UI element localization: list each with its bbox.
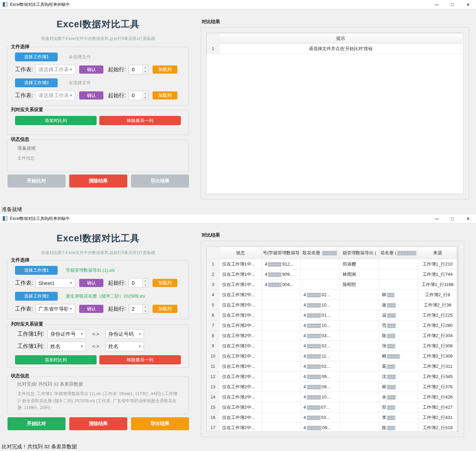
status-cell: 仅在工作簿1中... xyxy=(219,280,262,290)
minimize-button[interactable]: — xyxy=(429,0,445,9)
workbook1-filename: 学籍管理数据导出 (1).xls xyxy=(66,267,115,273)
table-row[interactable]: 9仅在工作簿2中...402...张工作簿2_行308 xyxy=(207,341,457,351)
cell-text: 仅在工作簿2中... xyxy=(222,313,255,318)
load-columns2-button[interactable]: 加载列 xyxy=(153,305,177,313)
close-button[interactable]: ✕ xyxy=(460,0,476,9)
mapping2-right-combobox[interactable]: 姓名▼ xyxy=(105,342,144,351)
add-compare-column-button[interactable]: 添加对比列 xyxy=(15,116,97,125)
column-header[interactable]: 花名册 ( xyxy=(379,247,418,259)
table-row[interactable]: 7仅在工作簿2中...410...范工作簿2_行280 xyxy=(207,320,457,331)
table-row[interactable]: 1仅在工作簿1中...4912...郑淑樱工作簿1_行210 xyxy=(207,259,457,269)
maximize-button[interactable]: □ xyxy=(445,0,460,9)
censored-blur xyxy=(387,344,395,348)
column-header-hint[interactable]: 提示 xyxy=(219,33,462,44)
table-row[interactable]: 13仅在工作簿2中...409...林工作簿2_行376 xyxy=(207,382,457,392)
cell-text: 09... xyxy=(322,384,330,389)
start-compare-button[interactable]: 开始比对 xyxy=(8,417,66,430)
name-wb2-cell: 谢 xyxy=(379,300,418,310)
mapping1-left-combobox[interactable]: 身份证件号▼ xyxy=(47,329,86,339)
export-results-button[interactable]: 导出结果 xyxy=(131,175,189,187)
spin-down-icon[interactable]: ▼ xyxy=(143,70,148,74)
table-row[interactable]: 12仅在工作簿2中...409...沈工作簿2_行345 xyxy=(207,372,457,382)
clear-results-button[interactable]: 清除结果 xyxy=(69,417,127,430)
add-compare-column-button[interactable]: 添加对比列 xyxy=(15,355,97,364)
table-row[interactable]: 6仅在工作簿2中...401...温工作簿2_行225 xyxy=(207,310,457,320)
censored-blur xyxy=(307,416,320,420)
select-workbook2-button[interactable]: 选择工作簿2 xyxy=(15,292,58,301)
mapping2-left-combobox[interactable]: 姓名▼ xyxy=(47,342,86,351)
select-workbook2-button[interactable]: 选择工作簿2 xyxy=(15,78,58,87)
table-row[interactable]: 14仅在工作簿2中...410...余工作簿2_行426 xyxy=(207,392,457,402)
table-row[interactable]: 5仅在工作簿2中...410...谢工作簿2_行38 xyxy=(207,300,457,310)
id-wb2-cell: 410... xyxy=(301,320,340,331)
minimize-button[interactable]: — xyxy=(429,214,445,223)
table-row[interactable]: 15仅在工作簿2中...407...郑工作簿2_行427 xyxy=(207,402,457,412)
start-row2-label: 起始行: xyxy=(108,92,126,99)
table-row[interactable]: 8仅在工作簿2中...403...陈工作簿2_行304 xyxy=(207,331,457,341)
clear-results-button[interactable]: 清除结果 xyxy=(69,175,127,187)
remove-last-column-button[interactable]: 移除最后一列 xyxy=(99,355,181,364)
spin-down-icon[interactable]: ▼ xyxy=(143,309,148,313)
load-columns1-button[interactable]: 加载列 xyxy=(153,279,177,287)
spin-down-icon[interactable]: ▼ xyxy=(143,283,148,287)
start-compare-button[interactable]: 开始比对 xyxy=(8,175,66,187)
titlebar[interactable]: Excel数据对比工具By狂奔的蜗牛 — □ ✕ xyxy=(0,214,476,223)
column-header[interactable]: 来源 xyxy=(418,247,457,259)
confirm-sheet1-button[interactable]: 确认 xyxy=(79,65,103,74)
source-cell: 工作簿2_行431 xyxy=(418,412,457,423)
status-cell: 仅在工作簿2中... xyxy=(219,290,262,300)
table-row[interactable]: 17仅在工作簿2中...409...陈工作簿2_行518 xyxy=(207,423,457,432)
name-wb2-cell: 余 xyxy=(379,392,418,402)
scroll-up-icon[interactable]: ▲ xyxy=(457,246,459,252)
table-row[interactable]: 1 请选择文件并点击'开始比对'按钮 xyxy=(207,44,462,54)
workbook1-filename: 未选择文件 xyxy=(69,54,91,60)
scrollbar-track[interactable] xyxy=(457,252,459,426)
maximize-button[interactable]: □ xyxy=(445,214,460,223)
app-icon xyxy=(3,2,8,7)
scroll-down-icon[interactable]: ▼ xyxy=(457,426,459,432)
sheet2-combobox[interactable]: 广东省中等职▼ xyxy=(35,304,75,314)
start-row1-spinner[interactable]: 0 ▲▼ xyxy=(129,65,148,74)
table-row[interactable]: 3仅在工作簿1中...4004...陈昭熙工作簿1_行1166 xyxy=(207,280,457,290)
status-cell: 仅在工作簿2中... xyxy=(219,361,262,372)
scrollbar-thumb[interactable] xyxy=(458,252,459,343)
table-row[interactable]: 16仅在工作簿2中...403...李工作簿2_行431 xyxy=(207,412,457,423)
select-workbook1-button[interactable]: 选择工作簿1 xyxy=(15,266,58,275)
id-wb1-cell xyxy=(262,382,301,392)
status-cell: 仅在工作簿2中... xyxy=(219,341,262,351)
load-columns2-button[interactable]: 加载列 xyxy=(153,91,177,100)
confirm-sheet1-button[interactable]: 确认 xyxy=(79,279,103,287)
vertical-scrollbar[interactable]: ▲ ▼ xyxy=(457,246,459,432)
export-results-button[interactable]: 导出结果 xyxy=(131,417,189,430)
spin-up-icon[interactable]: ▲ xyxy=(143,65,148,70)
close-button[interactable]: ✕ xyxy=(460,214,476,223)
id-wb2-cell: 403... xyxy=(301,331,340,341)
remove-last-column-button[interactable]: 移除最后一列 xyxy=(99,116,181,125)
spin-up-icon[interactable]: ▲ xyxy=(143,91,148,95)
column-header[interactable]: 号(学籍管理数据导 xyxy=(262,247,301,259)
id-wb2-cell: 407... xyxy=(301,402,340,412)
titlebar[interactable]: Excel数据对比工具By狂奔的蜗牛 — □ ✕ xyxy=(0,0,476,9)
start-row1-spinner[interactable]: 0 ▲▼ xyxy=(129,278,148,288)
table-row[interactable]: 4仅在工作簿2中...402...林工作簿2_行8 xyxy=(207,290,457,300)
id-wb1-cell xyxy=(262,331,301,341)
sheet1-combobox[interactable]: Sheet1▼ xyxy=(35,278,75,288)
spin-up-icon[interactable]: ▲ xyxy=(143,304,148,309)
sheet2-combobox[interactable]: 请选择工作表▼ xyxy=(35,91,75,100)
start-row2-spinner[interactable]: 2 ▲▼ xyxy=(129,304,148,314)
confirm-sheet2-button[interactable]: 确认 xyxy=(79,305,103,313)
load-columns1-button[interactable]: 加载列 xyxy=(153,65,177,74)
table-row[interactable]: 10仅在工作簿2中...411...赖工作簿2_行309 xyxy=(207,351,457,361)
table-row[interactable]: 2仅在工作簿1中...4909...林雨湘工作簿1_行744 xyxy=(207,269,457,280)
spin-down-icon[interactable]: ▼ xyxy=(143,95,148,100)
start-row2-spinner[interactable]: 0 ▲▼ xyxy=(129,91,148,100)
spin-up-icon[interactable]: ▲ xyxy=(143,279,148,283)
column-header[interactable]: 取花名册 xyxy=(301,247,340,259)
confirm-sheet2-button[interactable]: 确认 xyxy=(79,91,103,100)
mapping1-right-combobox[interactable]: 身份证号码▼ xyxy=(105,329,144,339)
table-row[interactable]: 11仅在工作簿2中...402...高工作簿2_行311 xyxy=(207,361,457,372)
column-header[interactable]: 籍管理数据导出 ( xyxy=(340,247,379,259)
column-header[interactable]: 状态 xyxy=(219,247,262,259)
select-workbook1-button[interactable]: 选择工作簿1 xyxy=(15,52,58,61)
sheet1-combobox[interactable]: 请选择工作表▼ xyxy=(35,65,75,74)
